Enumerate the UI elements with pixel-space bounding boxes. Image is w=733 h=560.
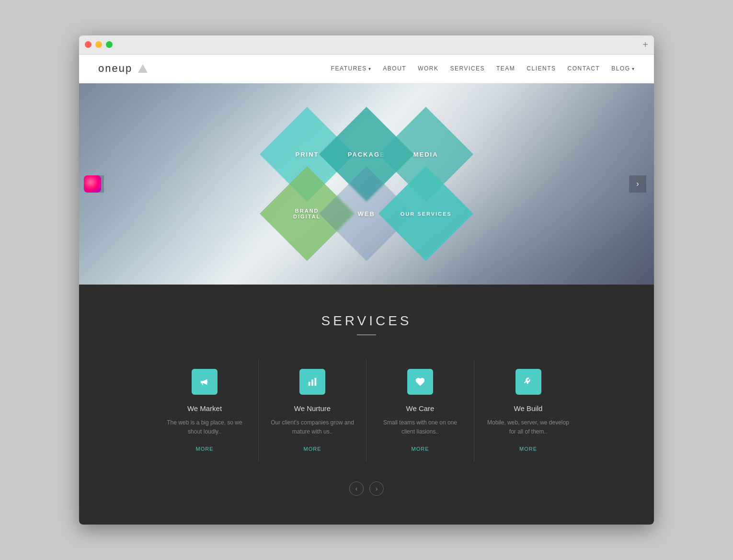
service-item-market: We Market The web is a big place, so we … bbox=[151, 359, 259, 462]
diamond-print-label: PRINT bbox=[296, 150, 319, 158]
browser-titlebar: + bbox=[79, 35, 654, 55]
nav-contact[interactable]: CONTACT bbox=[568, 65, 600, 72]
minimize-button[interactable] bbox=[95, 41, 102, 48]
service-care-more[interactable]: MORE bbox=[412, 446, 429, 452]
services-prev-button[interactable]: ‹ bbox=[349, 481, 364, 496]
services-section-title: SERVICES bbox=[98, 313, 635, 329]
svg-rect-0 bbox=[309, 382, 310, 386]
chart-icon bbox=[299, 369, 325, 395]
browser-buttons bbox=[85, 41, 113, 48]
logo-text: oneup bbox=[98, 62, 132, 75]
services-section: SERVICES We Market The web is a big plac… bbox=[79, 285, 654, 525]
service-market-desc: The web is a big place, so we shout loud… bbox=[162, 418, 247, 436]
svg-rect-1 bbox=[311, 379, 313, 386]
close-button[interactable] bbox=[85, 41, 92, 48]
service-item-build: We Build Mobile, web, server, we develop… bbox=[474, 359, 582, 462]
nav-work[interactable]: WORK bbox=[418, 65, 438, 72]
megaphone-icon bbox=[192, 369, 218, 395]
service-nurture-more[interactable]: MORE bbox=[304, 446, 321, 452]
browser-content: oneup FEATURES ABOUT WORK SERVICES TEAM … bbox=[79, 55, 654, 525]
services-next-button[interactable]: › bbox=[369, 481, 384, 496]
service-nurture-title: We Nurture bbox=[270, 404, 355, 412]
service-build-more[interactable]: MORE bbox=[519, 446, 537, 452]
hero-section: ‹ › PRINT PACKAGE bbox=[79, 83, 654, 285]
service-build-title: We Build bbox=[486, 404, 571, 412]
macos-icon bbox=[84, 175, 101, 193]
new-tab-button[interactable]: + bbox=[642, 39, 648, 50]
diamond-our-services-label: OUR SERVICES bbox=[401, 211, 452, 217]
diamond-web-label: WEB bbox=[358, 210, 375, 217]
main-nav: FEATURES ABOUT WORK SERVICES TEAM CLIENT… bbox=[331, 65, 635, 72]
service-item-care: We Care Small teams with one on one clie… bbox=[366, 359, 474, 462]
service-market-more[interactable]: MORE bbox=[196, 446, 214, 452]
wrench-icon bbox=[515, 369, 541, 395]
site-header: oneup FEATURES ABOUT WORK SERVICES TEAM … bbox=[79, 55, 654, 83]
nav-about[interactable]: ABOUT bbox=[383, 65, 406, 72]
nav-blog[interactable]: BLOG bbox=[611, 65, 635, 72]
diamond-media-label: MEDIA bbox=[413, 150, 438, 158]
logo[interactable]: oneup bbox=[98, 62, 148, 75]
diamond-row-2: BRANDDIGITAL WEB OUR SERVICES bbox=[277, 184, 456, 243]
nav-team[interactable]: TEAM bbox=[496, 65, 515, 72]
slider-next-button[interactable]: › bbox=[629, 175, 646, 193]
service-care-title: We Care bbox=[378, 404, 462, 412]
heart-icon bbox=[407, 369, 433, 395]
service-item-nurture: We Nurture Our client's companies grow a… bbox=[259, 359, 366, 462]
diamond-grid: PRINT PACKAGE MEDIA bbox=[277, 125, 456, 243]
services-slider-controls: ‹ › bbox=[98, 481, 635, 496]
browser-window: + oneup FEATURES ABOUT WORK SERVICES TEA… bbox=[79, 35, 654, 525]
maximize-button[interactable] bbox=[106, 41, 113, 48]
services-grid: We Market The web is a big place, so we … bbox=[151, 359, 582, 462]
diamond-brand-label: BRANDDIGITAL bbox=[293, 208, 321, 219]
logo-triangle-icon bbox=[138, 64, 148, 73]
nav-clients[interactable]: CLIENTS bbox=[527, 65, 556, 72]
service-build-desc: Mobile, web, server, we develop for all … bbox=[486, 418, 571, 436]
nav-features[interactable]: FEATURES bbox=[331, 65, 372, 72]
service-nurture-desc: Our client's companies grow and mature w… bbox=[270, 418, 355, 436]
section-divider bbox=[357, 334, 376, 335]
nav-services[interactable]: SERVICES bbox=[450, 65, 485, 72]
svg-rect-2 bbox=[315, 378, 317, 386]
service-market-title: We Market bbox=[162, 404, 247, 412]
service-care-desc: Small teams with one on one client liasi… bbox=[378, 418, 462, 436]
